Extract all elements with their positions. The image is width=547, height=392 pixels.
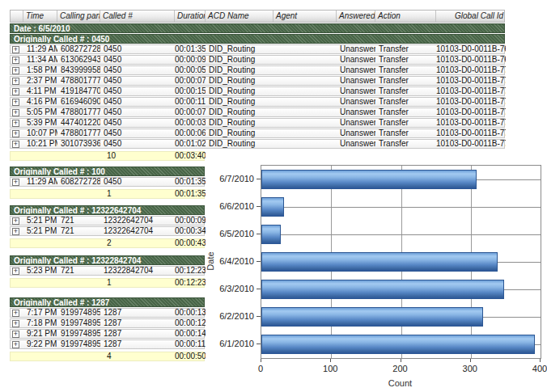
chart-bar	[261, 335, 535, 354]
y-axis-tick	[257, 316, 261, 317]
expand-row-icon[interactable]: +	[12, 46, 19, 53]
expand-row-icon[interactable]: +	[12, 310, 19, 317]
expand-row-icon[interactable]: +	[12, 331, 19, 338]
y-axis-tick	[257, 234, 261, 234]
expand-row-icon[interactable]: +	[12, 57, 19, 64]
table-row: +11:29 AM6082727287045000:01:35	[10, 177, 205, 187]
acd-cell: DID_Routing	[206, 119, 274, 127]
table-row: +10:21 PM3010739363045000:01:02DID_Routi…	[10, 139, 505, 149]
time-cell: 7:18 PM	[23, 319, 57, 327]
chart-bar	[261, 307, 483, 327]
expand-row-icon[interactable]: +	[12, 109, 19, 116]
expand-row-icon[interactable]: +	[12, 88, 19, 95]
calling-cell: 9199748952	[57, 330, 100, 338]
expand-row-icon[interactable]: +	[12, 99, 19, 106]
time-cell: 1:58 PM	[23, 66, 57, 74]
expand-row-icon[interactable]: +	[12, 268, 19, 275]
column-header-calling: Calling party #	[57, 11, 100, 22]
x-axis-tick	[540, 359, 541, 362]
time-cell: 5:39 PM	[23, 119, 57, 127]
x-axis-tick-label: 300	[463, 364, 477, 373]
duration-cell: 00:00:05	[175, 66, 206, 74]
table-row: +7:18 PM9199748952128700:00:12	[10, 318, 205, 328]
expander-cell: +	[11, 340, 23, 348]
calling-cell: 8439999581	[57, 66, 100, 74]
duration-cell: 00:00:03	[175, 119, 206, 127]
action-cell: Transfer	[375, 108, 436, 116]
table-row: +2:37 PM4788017770045000:00:07DID_Routin…	[10, 76, 505, 86]
time-cell: 11:34 AM	[23, 56, 57, 64]
column-header-answered: Answered	[337, 11, 375, 22]
expander-cell: +	[11, 319, 23, 327]
y-axis-tick-label: 6/1/2010	[207, 330, 254, 357]
expand-row-icon[interactable]: +	[12, 78, 19, 85]
y-axis-tick-label: 6/6/2010	[207, 192, 254, 220]
action-cell: Transfer	[375, 98, 436, 106]
chart-category-band	[261, 193, 541, 221]
calling-cell: 4788017770	[57, 129, 100, 137]
time-cell: 10:21 PM	[23, 140, 57, 148]
action-cell: Transfer	[375, 87, 436, 95]
chart-bar	[261, 280, 504, 299]
x-axis-tick-label: 200	[392, 364, 407, 373]
time-cell: 2:37 PM	[23, 77, 57, 85]
chart-category-band	[261, 276, 541, 303]
table-row: +11:29 AM6082727287045000:01:35DID_Routi…	[10, 44, 505, 54]
called-cell: 0450	[100, 108, 175, 116]
time-cell: 5:21 PM	[23, 217, 57, 225]
group-summary-row: 100:01:35	[10, 189, 205, 199]
called-cell: 1287	[100, 330, 175, 338]
calling-cell: 6082727287	[57, 178, 100, 186]
gcid-cell: 10103-D0-0011B-771	[436, 77, 506, 85]
duration-cell: 00:00:07	[175, 108, 206, 116]
calling-cell: 9199748952	[57, 340, 100, 348]
called-cell: 0450	[100, 129, 175, 137]
called-cell: 1287	[100, 340, 175, 348]
acd-cell: DID_Routing	[206, 77, 274, 85]
expander-cell: +	[11, 98, 23, 106]
duration-cell: 00:01:02	[175, 140, 206, 148]
group-summary-row: 400:00:50	[10, 352, 205, 361]
column-header-time: Time	[23, 11, 57, 22]
gcid-cell: 10103-D0-0011B-774	[436, 108, 506, 116]
expand-row-icon[interactable]: +	[12, 67, 19, 74]
answered-cell: Unanswered	[337, 140, 375, 148]
group-header: Originally Called # : 12322642704	[10, 205, 205, 215]
gcid-cell: 10103-D0-0011B-768	[436, 45, 506, 53]
chart-x-axis-title: Count	[261, 378, 540, 388]
called-cell: 0450	[100, 56, 175, 64]
expand-row-icon[interactable]: +	[12, 217, 19, 225]
expander-cell: +	[11, 267, 23, 275]
call-detail-table: TimeCalling party #Called #DurationACD N…	[10, 10, 505, 161]
time-cell: 9:22 PM	[23, 340, 57, 348]
expand-row-icon[interactable]: +	[12, 120, 19, 127]
expand-row-icon[interactable]: +	[12, 341, 19, 348]
chart-bar	[261, 197, 284, 217]
chart-category-band	[261, 166, 541, 193]
acd-cell: DID_Routing	[206, 129, 274, 137]
duration-cell: 00:00:09	[175, 217, 206, 225]
action-cell: Transfer	[375, 119, 436, 127]
called-cell: 12322642704	[100, 217, 175, 225]
expander-cell: +	[11, 309, 23, 317]
duration-cell: 00:00:13	[175, 309, 206, 317]
expander-cell: +	[11, 87, 23, 95]
acd-cell: DID_Routing	[206, 66, 274, 74]
duration-cell: 00:00:34	[175, 227, 206, 235]
expander-cell: +	[11, 108, 23, 116]
expander-cell: +	[11, 217, 23, 225]
expand-row-icon[interactable]: +	[12, 130, 19, 137]
called-cell: 0450	[100, 119, 175, 127]
expand-row-icon[interactable]: +	[12, 179, 19, 186]
expand-row-icon[interactable]: +	[12, 320, 19, 327]
duration-cell: 00:00:15	[175, 87, 206, 95]
calling-cell: 6130629432	[57, 56, 100, 64]
chart-bar	[261, 252, 498, 272]
duration-cell: 00:00:14	[175, 330, 206, 338]
calling-cell: 9199748952	[57, 319, 100, 327]
x-axis-tick-label: 0	[258, 364, 263, 373]
expand-row-icon[interactable]: +	[12, 141, 19, 148]
time-cell: 11:29 AM	[23, 178, 57, 186]
expand-row-icon[interactable]: +	[12, 228, 19, 235]
called-cell: 0450	[100, 77, 175, 85]
